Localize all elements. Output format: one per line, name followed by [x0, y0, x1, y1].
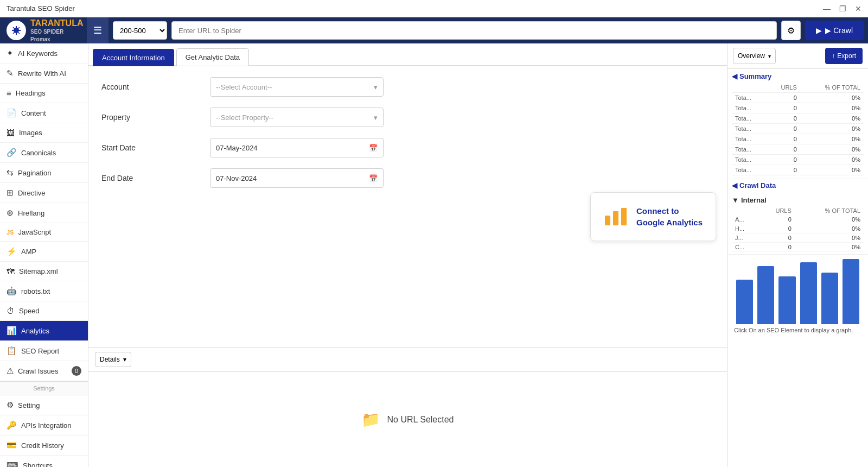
logo-text: TARANTULA SEO SPIDER Promax	[30, 18, 83, 43]
collapse-icon: ◀	[732, 181, 737, 190]
svg-rect-9	[605, 216, 610, 225]
sidebar-item-speed[interactable]: ⏱ Speed	[0, 301, 88, 321]
sidebar-item-hreflang[interactable]: ⊕ Hreflang	[0, 203, 88, 223]
chart-bar	[800, 262, 817, 324]
sidebar-item-content[interactable]: 📄 Content	[0, 103, 88, 123]
internal-col-urls: URLS	[758, 206, 795, 215]
property-label: Property	[101, 113, 210, 122]
amp-icon: ⚡	[7, 247, 17, 256]
canonicals-icon: 🔗	[7, 148, 17, 157]
calendar-icon: 📅	[369, 144, 378, 152]
url-input[interactable]	[171, 21, 777, 40]
chevron-down-icon: ▾	[374, 113, 378, 122]
chart-note: Click On an SEO Element to display a gra…	[732, 324, 864, 337]
credit-icon: 💳	[7, 440, 17, 450]
internal-col-pct: % OF TOTAL	[795, 206, 864, 215]
sidebar-item-credit-history[interactable]: 💳 Credit History	[0, 436, 88, 456]
collapse-icon: ◀	[732, 72, 737, 80]
end-date-label: End Date	[101, 174, 210, 182]
window-controls[interactable]: — ❐ ✕	[823, 4, 861, 13]
form-area: Account --Select Account-- ▾ Property --…	[88, 66, 727, 348]
chevron-down-icon: ▾	[123, 356, 126, 363]
top-bar: TARANTULA SEO SPIDER Promax ☰ 200-500 10…	[0, 17, 868, 43]
content-area: Account Information Get Analytic Data Ac…	[88, 43, 727, 467]
account-row: Account --Select Account-- ▾	[101, 77, 714, 97]
sidebar-item-crawl-issues[interactable]: ⚠ Crawl Issues 0	[0, 361, 88, 381]
sidebar-item-canonicals[interactable]: 🔗 Canonicals	[0, 143, 88, 163]
tabs-bar: Account Information Get Analytic Data	[88, 43, 727, 66]
pagination-icon: ⇆	[7, 168, 14, 178]
no-url-area: 📁 No URL Selected	[88, 372, 727, 467]
hamburger-button[interactable]: ☰	[87, 17, 108, 43]
table-row: J...00%	[732, 234, 864, 243]
sidebar-item-amp[interactable]: ⚡ AMP	[0, 242, 88, 262]
url-range-select[interactable]: 200-500 100-200 500-1000	[113, 21, 167, 40]
minimize-btn[interactable]: —	[823, 4, 831, 13]
overview-select[interactable]: Overview ▾	[733, 48, 776, 64]
speed-icon: ⏱	[7, 306, 15, 315]
end-date-input[interactable]: 07-Nov-2024 📅	[210, 168, 384, 188]
ga-connect-card[interactable]: Connect toGoogle Analytics	[590, 192, 716, 241]
images-icon: 🖼	[7, 128, 15, 137]
summary-title: ◀ Summary	[732, 72, 864, 80]
account-select[interactable]: --Select Account-- ▾	[210, 77, 384, 97]
right-panel: Overview ▾ ↑ Export ◀ Summary	[727, 43, 868, 467]
property-control: --Select Property-- ▾	[210, 108, 384, 127]
close-btn[interactable]: ✕	[855, 4, 861, 13]
expand-icon: ▼	[732, 196, 739, 204]
summary-table: URLS % OF TOTAL Tota...00%Tota...00%Tota…	[732, 83, 864, 175]
play-icon: ▶	[816, 26, 822, 35]
crawl-data-title: ◀ Crawl Data	[732, 181, 864, 190]
internal-title: ▼ Internal	[732, 196, 864, 204]
table-row: C...00%	[732, 243, 864, 252]
sidebar-item-robots[interactable]: 🤖 robots.txt	[0, 281, 88, 301]
crawl-data-section: ◀ Crawl Data	[727, 179, 868, 194]
sidebar-item-setting[interactable]: ⚙ Setting	[0, 395, 88, 415]
summary-col-pct: % OF TOTAL	[800, 83, 864, 93]
table-row: Tota...00%	[732, 103, 864, 113]
start-date-input[interactable]: 07-May-2024 📅	[210, 138, 384, 157]
maximize-btn[interactable]: ❐	[839, 4, 846, 13]
main-layout: ✦ AI Keywords ✎ Rewrite With AI ≡ Headin…	[0, 43, 868, 467]
sidebar-item-seo-report[interactable]: 📋 SEO Report	[0, 341, 88, 361]
sidebar-item-rewrite-with-ai[interactable]: ✎ Rewrite With AI	[0, 64, 88, 84]
sidebar-item-pagination[interactable]: ⇆ Pagination	[0, 163, 88, 183]
start-date-row: Start Date 07-May-2024 📅	[101, 138, 714, 157]
table-row: Tota...00%	[732, 93, 864, 103]
summary-col-name	[732, 83, 766, 93]
sidebar-item-analytics[interactable]: 📊 Analytics	[0, 321, 88, 341]
sidebar-item-images[interactable]: 🖼 Images	[0, 123, 88, 143]
sidebar-item-headings[interactable]: ≡ Headings	[0, 84, 88, 103]
export-icon: ↑	[832, 52, 835, 60]
details-select[interactable]: Details ▾	[95, 352, 131, 367]
table-row: Tota...00%	[732, 155, 864, 165]
directive-icon: ⊞	[7, 188, 14, 198]
sidebar-item-sitemap[interactable]: 🗺 Sitemap.xml	[0, 262, 88, 281]
chart-area: Click On an SEO Element to display a gra…	[727, 254, 868, 467]
chart-bars	[732, 259, 864, 324]
internal-col-name	[732, 206, 758, 215]
robots-icon: 🤖	[7, 286, 17, 296]
tab-get-analytic-data[interactable]: Get Analytic Data	[176, 48, 249, 66]
table-row: H...00%	[732, 224, 864, 234]
svg-line-8	[13, 32, 15, 34]
start-date-control: 07-May-2024 📅	[210, 138, 384, 157]
crawl-button[interactable]: ▶ ▶ Crawl	[805, 21, 864, 40]
chevron-down-icon: ▾	[374, 83, 378, 91]
internal-section: ▼ Internal URLS % OF TOTAL A...00%H...00…	[727, 194, 868, 254]
sidebar-item-javascript[interactable]: JS JavaScript	[0, 223, 88, 242]
sidebar-item-directive[interactable]: ⊞ Directive	[0, 183, 88, 203]
sidebar-item-shortcuts[interactable]: ⌨ Shortcuts	[0, 456, 88, 467]
table-row: Tota...00%	[732, 144, 864, 155]
end-date-control: 07-Nov-2024 📅	[210, 168, 384, 188]
sidebar-item-apis-integration[interactable]: 🔑 APIs Integration	[0, 415, 88, 436]
tab-account-information[interactable]: Account Information	[93, 49, 174, 66]
sidebar-item-ai-keywords[interactable]: ✦ AI Keywords	[0, 43, 88, 64]
svg-rect-10	[613, 211, 618, 225]
chart-bar	[843, 259, 859, 324]
export-button[interactable]: ↑ Export	[825, 48, 863, 64]
property-select[interactable]: --Select Property-- ▾	[210, 108, 384, 127]
sitemap-icon: 🗺	[7, 267, 15, 276]
apis-icon: 🔑	[7, 420, 17, 430]
settings-gear-button[interactable]: ⚙	[781, 21, 801, 40]
